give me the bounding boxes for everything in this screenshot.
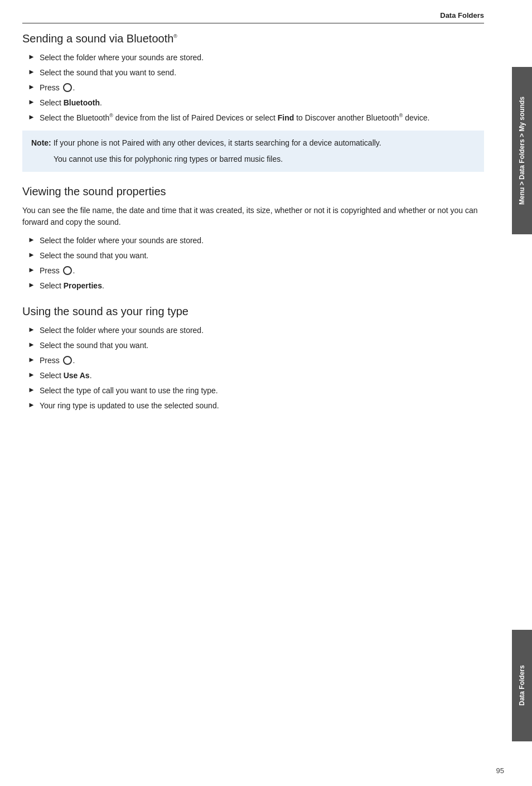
- step-text: Select the type of call you want to use …: [40, 385, 218, 397]
- step-text: Select Bluetooth.: [40, 97, 102, 109]
- step-text: Select Properties.: [40, 280, 104, 292]
- bullet-arrow-icon: ►: [28, 98, 35, 106]
- section-heading-sending: Sending a sound via Bluetooth®: [22, 32, 484, 45]
- circle-o-icon: [63, 266, 72, 275]
- list-item: ► Select the Bluetooth® device from the …: [22, 112, 484, 124]
- step-text: Select the folder where your sounds are …: [40, 52, 204, 64]
- bullet-arrow-icon: ►: [28, 113, 35, 121]
- side-tab-bottom-label: Data Folders: [518, 666, 526, 706]
- list-item: ► Select Use As.: [22, 370, 484, 382]
- side-tab-top: Menu > Data Folders > My sounds: [512, 67, 532, 234]
- list-item: ► Select the sound that you want.: [22, 250, 484, 262]
- bullet-arrow-icon: ►: [28, 340, 35, 349]
- list-item: ► Select Properties.: [22, 280, 484, 292]
- step-text: Press .: [40, 265, 75, 277]
- step-text: Press .: [40, 355, 75, 367]
- using-steps-list: ► Select the folder where your sounds ar…: [22, 325, 484, 412]
- step-text: Select the sound that you want to send.: [40, 67, 176, 79]
- page-header: Data Folders: [22, 11, 484, 23]
- list-item: ► Select the sound that you want to send…: [22, 67, 484, 79]
- note-title: Note:: [31, 138, 51, 147]
- bullet-arrow-icon: ►: [28, 83, 35, 91]
- circle-o-icon: [63, 83, 72, 92]
- bullet-arrow-icon: ►: [28, 281, 35, 289]
- list-item: ► Press .: [22, 265, 484, 277]
- bullet-arrow-icon: ►: [28, 235, 35, 244]
- bullet-arrow-icon: ►: [28, 266, 35, 274]
- header-title: Data Folders: [440, 11, 484, 20]
- note-sub-text: You cannot use this for polyphonic ring …: [54, 153, 475, 165]
- main-content: Data Folders Sending a sound via Bluetoo…: [0, 0, 512, 786]
- note-main-text: If your phone is not Paired with any oth…: [54, 138, 381, 147]
- step-text: Select the folder where your sounds are …: [40, 235, 204, 247]
- side-tab-bottom: Data Folders: [512, 630, 532, 741]
- step-text: Select the sound that you want.: [40, 250, 148, 262]
- bullet-arrow-icon: ►: [28, 325, 35, 334]
- list-item: ► Select the folder where your sounds ar…: [22, 325, 484, 336]
- sending-steps-list: ► Select the folder where your sounds ar…: [22, 52, 484, 124]
- bullet-arrow-icon: ►: [28, 355, 35, 364]
- list-item: ► Select the folder where your sounds ar…: [22, 52, 484, 64]
- side-tab-top-label: Menu > Data Folders > My sounds: [518, 97, 526, 205]
- list-item: ► Your ring type is updated to use the s…: [22, 400, 484, 412]
- list-item: ► Press .: [22, 355, 484, 367]
- page-container: Menu > Data Folders > My sounds Data Fol…: [0, 0, 532, 786]
- circle-o-icon: [63, 356, 72, 365]
- note-box: Note: If your phone is not Paired with a…: [22, 131, 484, 172]
- bullet-arrow-icon: ►: [28, 67, 35, 76]
- bullet-arrow-icon: ►: [28, 401, 35, 409]
- viewing-steps-list: ► Select the folder where your sounds ar…: [22, 235, 484, 292]
- bullet-arrow-icon: ►: [28, 370, 35, 379]
- page-number: 95: [496, 766, 504, 775]
- viewing-intro: You can see the file name, the date and …: [22, 205, 484, 228]
- bullet-arrow-icon: ►: [28, 385, 35, 394]
- section-heading-using: Using the sound as your ring type: [22, 305, 484, 318]
- step-text: Select the Bluetooth® device from the li…: [40, 112, 430, 124]
- section-heading-viewing: Viewing the sound properties: [22, 185, 484, 198]
- step-text: Select the folder where your sounds are …: [40, 325, 204, 336]
- page-number-text: 95: [496, 766, 504, 775]
- list-item: ► Select the sound that you want.: [22, 340, 484, 351]
- bullet-arrow-icon: ►: [28, 52, 35, 61]
- step-text: Press .: [40, 82, 75, 94]
- list-item: ► Press .: [22, 82, 484, 94]
- step-text: Select Use As.: [40, 370, 92, 382]
- step-text: Your ring type is updated to use the sel…: [40, 400, 219, 412]
- bullet-arrow-icon: ►: [28, 250, 35, 259]
- list-item: ► Select Bluetooth.: [22, 97, 484, 109]
- step-text: Select the sound that you want.: [40, 340, 148, 351]
- list-item: ► Select the type of call you want to us…: [22, 385, 484, 397]
- list-item: ► Select the folder where your sounds ar…: [22, 235, 484, 247]
